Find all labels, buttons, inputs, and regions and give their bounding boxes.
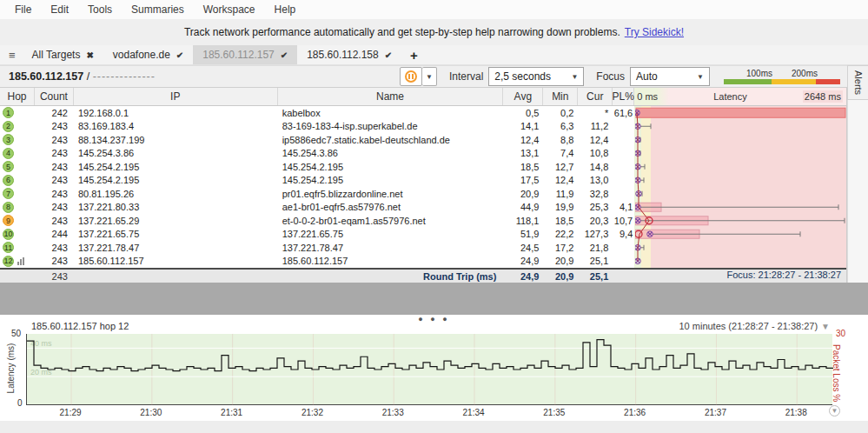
tab-bar: ≡ All Targets✖vodafone.de✔185.60.112.157… bbox=[0, 45, 868, 65]
pl-cell: 61,6 bbox=[613, 108, 634, 118]
count-cell: 243 bbox=[35, 135, 74, 145]
count-cell: 243 bbox=[35, 148, 74, 158]
min-cell: 20,9 bbox=[543, 256, 578, 266]
tab-vodafone.de[interactable]: vodafone.de✔ bbox=[103, 45, 193, 64]
check-icon[interactable]: ✔ bbox=[176, 50, 183, 60]
header-pl[interactable]: PL% bbox=[613, 88, 634, 105]
ip-cell: 83.169.183.4 bbox=[74, 121, 278, 131]
check-icon[interactable]: ✔ bbox=[385, 50, 392, 60]
header-latency[interactable]: 0 ms Latency 2648 ms bbox=[634, 88, 846, 105]
table-row-hop-8[interactable]: 8243137.221.80.33ae1-br01-eqfr5.as57976.… bbox=[0, 201, 846, 215]
tab-all-targets[interactable]: All Targets✖ bbox=[23, 45, 103, 64]
name-cell: 83-169-183-4-isp.superkabel.de bbox=[278, 121, 504, 131]
timeline-range-button[interactable]: 10 minutes (21:28:27 - 21:38:27) ▼ bbox=[679, 321, 830, 331]
hop-badge: 1 bbox=[3, 107, 14, 118]
avg-cell: 14,1 bbox=[503, 121, 543, 131]
tab-185.60.112.158[interactable]: 185.60.112.158✔ bbox=[297, 45, 401, 64]
hop-badge: 6 bbox=[3, 175, 14, 186]
table-row-hop-1[interactable]: 1242192.168.0.1kabelbox0,50,2*61,6 bbox=[0, 106, 846, 120]
timeline-graph[interactable]: 40 ms20 ms bbox=[26, 334, 832, 405]
table-row-hop-11[interactable]: 11243137.221.78.47137.221.78.4724,517,22… bbox=[0, 241, 846, 255]
count-cell: 244 bbox=[35, 229, 74, 239]
header-ip[interactable]: IP bbox=[74, 88, 278, 105]
chevron-down-icon: ▼ bbox=[426, 73, 433, 81]
header-avg[interactable]: Avg bbox=[503, 88, 543, 105]
header-cur[interactable]: Cur bbox=[578, 88, 613, 105]
x-tick-label: 21:29 bbox=[60, 408, 82, 417]
latency-cell bbox=[634, 160, 846, 174]
avg-cell: 0,5 bbox=[503, 108, 543, 118]
name-cell: 145.254.3.86 bbox=[278, 148, 504, 158]
interval-select[interactable]: 2,5 seconds▼ bbox=[488, 67, 584, 86]
cur-cell: 10,8 bbox=[578, 148, 613, 158]
cur-cell: * bbox=[578, 108, 613, 118]
pause-button[interactable] bbox=[400, 67, 422, 86]
header-count[interactable]: Count bbox=[35, 88, 74, 105]
chevron-down-icon: ▼ bbox=[821, 322, 830, 331]
hop-cell: 5 bbox=[0, 160, 35, 174]
menu-summaries[interactable]: Summaries bbox=[122, 3, 194, 16]
round-trip-label: Round Trip (ms) bbox=[278, 271, 504, 282]
hop-badge: 3 bbox=[3, 134, 14, 145]
timeline-title: 185.60.112.157 hop 12 bbox=[31, 321, 129, 331]
hop-badge: 11 bbox=[3, 242, 14, 253]
min-cell: 12,4 bbox=[543, 175, 578, 185]
new-target-tab-button[interactable]: + bbox=[401, 45, 427, 64]
min-cell: 7,4 bbox=[543, 148, 578, 158]
check-icon[interactable]: ✔ bbox=[281, 50, 288, 60]
target-list-icon[interactable]: ≡ bbox=[0, 45, 23, 64]
timeline-collapse-icon[interactable]: ▼ bbox=[829, 405, 840, 416]
alerts-side-tab[interactable]: Alerts bbox=[847, 65, 868, 100]
try-sidekick-link[interactable]: Try Sidekick! bbox=[625, 26, 684, 38]
table-row-hop-12[interactable]: 12243185.60.112.157185.60.112.15724,920,… bbox=[0, 255, 846, 269]
tab-185.60.112.157[interactable]: 185.60.112.157✔ bbox=[193, 45, 297, 64]
right-panel-strip bbox=[847, 100, 868, 283]
table-row-hop-3[interactable]: 324388.134.237.199ip5886edc7.static.kabe… bbox=[0, 133, 846, 147]
cur-cell: 21,8 bbox=[578, 243, 613, 253]
table-row-hop-7[interactable]: 724380.81.195.26pr01.eqfr5.blizzardonlin… bbox=[0, 187, 846, 201]
menu-tools[interactable]: Tools bbox=[78, 3, 122, 16]
count-cell: 243 bbox=[35, 216, 74, 226]
menu-help[interactable]: Help bbox=[265, 3, 306, 16]
menu-workspace[interactable]: Workspace bbox=[194, 3, 265, 16]
table-row-hop-5[interactable]: 5243145.254.2.195145.254.2.19518,512,714… bbox=[0, 160, 846, 174]
name-cell: 145.254.2.195 bbox=[278, 175, 504, 185]
ip-cell: 137.221.80.33 bbox=[74, 202, 278, 212]
pause-dropdown-button[interactable]: ▼ bbox=[422, 67, 437, 86]
header-min[interactable]: Min bbox=[543, 88, 578, 105]
name-cell: 185.60.112.157 bbox=[278, 256, 504, 266]
menu-bar: FileEditToolsSummariesWorkspaceHelp bbox=[0, 0, 868, 19]
hop-badge: 10 bbox=[3, 229, 14, 240]
x-tick-label: 21:31 bbox=[221, 408, 242, 417]
table-row-hop-4[interactable]: 4243145.254.3.86145.254.3.8613,17,410,8 bbox=[0, 147, 846, 161]
cur-cell: 12,4 bbox=[578, 135, 613, 145]
latency-cell bbox=[634, 214, 846, 228]
promo-text: Track network performance automatically … bbox=[184, 26, 620, 38]
table-row-hop-10[interactable]: 10244137.221.65.75137.221.65.7551,922,21… bbox=[0, 228, 846, 242]
focus-select[interactable]: Auto▼ bbox=[630, 67, 710, 86]
interval-label: Interval bbox=[449, 70, 483, 83]
y-axis-max: 50 bbox=[11, 329, 21, 338]
name-cell: kabelbox bbox=[278, 108, 504, 118]
hop-badge: 8 bbox=[3, 202, 14, 213]
header-hop[interactable]: Hop bbox=[0, 88, 35, 105]
header-name[interactable]: Name bbox=[278, 88, 504, 105]
promo-banner: Track network performance automatically … bbox=[0, 19, 868, 45]
trace-controls: ▼ Interval 2,5 seconds▼ Focus Auto▼ 100m… bbox=[400, 67, 840, 86]
ip-cell: 80.81.195.26 bbox=[74, 189, 278, 199]
tab-label: All Targets bbox=[32, 49, 81, 61]
x-tick-label: 21:33 bbox=[382, 408, 404, 417]
menu-edit[interactable]: Edit bbox=[41, 3, 78, 16]
chevron-down-icon: ▼ bbox=[697, 73, 704, 81]
count-cell: 243 bbox=[35, 243, 74, 253]
pl-cell: 10,7 bbox=[613, 216, 634, 226]
table-row-hop-6[interactable]: 6243145.254.2.195145.254.2.19517,512,413… bbox=[0, 174, 846, 188]
close-icon[interactable]: ✖ bbox=[86, 50, 93, 60]
menu-file[interactable]: File bbox=[5, 3, 41, 16]
x-axis-labels: 21:2921:3021:3121:3221:3321:3421:3521:36… bbox=[26, 408, 832, 418]
table-row-hop-9[interactable]: 9243137.221.65.29et-0-0-2-br01-eqam1.as5… bbox=[0, 214, 846, 228]
x-tick-label: 21:36 bbox=[624, 408, 646, 417]
table-row-hop-2[interactable]: 224383.169.183.483-169-183-4-isp.superka… bbox=[0, 120, 846, 134]
avg-cell: 51,9 bbox=[503, 229, 543, 239]
cur-cell: 14,8 bbox=[578, 162, 613, 172]
